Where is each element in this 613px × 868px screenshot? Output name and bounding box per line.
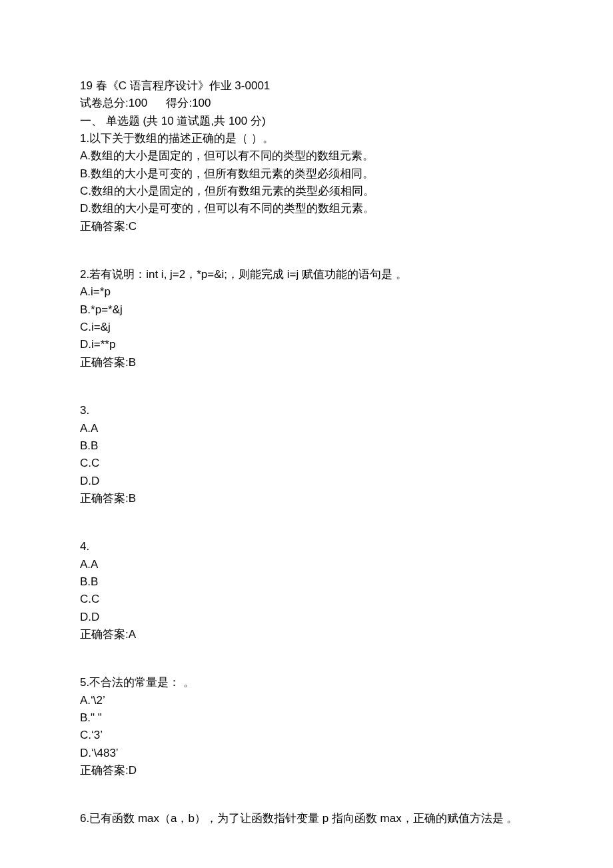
question-stem: 3. (80, 402, 533, 419)
score-line: 试卷总分:100 得分:100 (80, 95, 533, 112)
question-option: A.数组的大小是固定的，但可以有不同的类型的数组元素。 (80, 147, 533, 165)
question-stem: 2.若有说明：int i, j=2，*p=&i;，则能完成 i=j 赋值功能的语… (80, 266, 533, 283)
question-option: D.‘\483’ (80, 745, 533, 762)
question-option: C.C (80, 455, 533, 472)
question-block: 3.A.AB.BC.CD.D正确答案:B (80, 402, 533, 507)
question-block: 4.A.AB.BC.CD.D正确答案:A (80, 538, 533, 643)
question-option: A.i=*p (80, 283, 533, 301)
question-option: C.数组的大小是固定的，但所有数组元素的类型必须相同。 (80, 183, 533, 200)
document-page: 19 春《C 语言程序设计》作业 3-0001 试卷总分:100 得分:100 … (0, 0, 613, 868)
header-block: 19 春《C 语言程序设计》作业 3-0001 试卷总分:100 得分:100 … (80, 77, 533, 235)
question-option: A.A (80, 556, 533, 573)
question-option: C.C (80, 591, 533, 608)
question-option: D.D (80, 473, 533, 490)
question-stem: 5.不合法的常量是： 。 (80, 674, 533, 691)
question-answer: 正确答案:B (80, 490, 533, 507)
question-answer: 正确答案:C (80, 218, 533, 235)
question-option: A.‘\2’ (80, 692, 533, 709)
question-option: B." " (80, 709, 533, 727)
question-stem: 6.已有函数 max（a，b），为了让函数指针变量 p 指向函数 max，正确的… (80, 810, 533, 827)
question-stem: 4. (80, 538, 533, 555)
question-option: A.A (80, 420, 533, 437)
question-option: D.数组的大小是可变的，但可以有不同的类型的数组元素。 (80, 200, 533, 217)
question-answer: 正确答案:D (80, 762, 533, 779)
question-block: 6.已有函数 max（a，b），为了让函数指针变量 p 指向函数 max，正确的… (80, 810, 533, 827)
question-option: B.*p=*&j (80, 301, 533, 319)
question-option: C.‘3’ (80, 727, 533, 744)
question-option: D.D (80, 609, 533, 626)
question-stem: 1.以下关于数组的描述正确的是（ ）。 (80, 130, 533, 147)
question-option: D.i=**p (80, 336, 533, 353)
question-answer: 正确答案:B (80, 354, 533, 371)
question-block: 2.若有说明：int i, j=2，*p=&i;，则能完成 i=j 赋值功能的语… (80, 266, 533, 371)
question-option: B.数组的大小是可变的，但所有数组元素的类型必须相同。 (80, 165, 533, 183)
doc-title: 19 春《C 语言程序设计》作业 3-0001 (80, 77, 533, 95)
question-option: B.B (80, 437, 533, 455)
question-option: B.B (80, 573, 533, 591)
question-block: 5.不合法的常量是： 。A.‘\2’B." "C.‘3’D.‘\483’正确答案… (80, 674, 533, 779)
question-option: C.i=&j (80, 319, 533, 336)
questions-container: 2.若有说明：int i, j=2，*p=&i;，则能完成 i=j 赋值功能的语… (80, 266, 533, 828)
question-answer: 正确答案:A (80, 626, 533, 643)
section-line: 一、 单选题 (共 10 道试题,共 100 分) (80, 113, 533, 130)
